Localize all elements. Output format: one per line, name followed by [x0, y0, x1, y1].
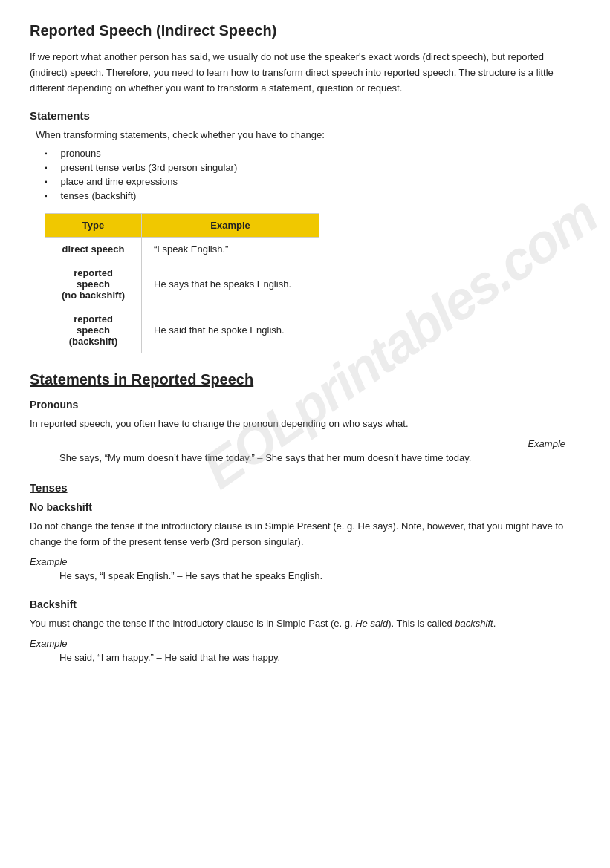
pronouns-section: Pronouns In reported speech, you often h…: [30, 399, 580, 466]
intro-paragraph: If we report what another person has sai…: [30, 50, 580, 96]
backshift-para: You must change the tense if the introdu…: [30, 616, 580, 632]
tenses-heading: Tenses: [30, 481, 580, 494]
no-backshift-example-text: He says, “I speak English.” – He says th…: [59, 569, 580, 584]
table-header-example: Example: [142, 214, 319, 238]
table-row: direct speech “I speak English.”: [45, 238, 319, 261]
table-row: reported speech (no backshift) He says t…: [45, 261, 319, 307]
backshift-example-text: He said, “I am happy.” – He said that he…: [59, 650, 580, 666]
list-item: place and time expressions: [45, 176, 580, 187]
speech-table: Type Example direct speech “I speak Engl…: [45, 213, 319, 353]
page-title: Reported Speech (Indirect Speech): [30, 22, 580, 39]
list-item: pronouns: [45, 148, 580, 159]
table-cell-type: direct speech: [45, 238, 142, 261]
table-cell-type: reported speech (no backshift): [45, 261, 142, 307]
no-backshift-section: No backshift Do not change the tense if …: [30, 501, 580, 584]
backshift-section: Backshift You must change the tense if t…: [30, 598, 580, 666]
bullet-list: pronouns present tense verbs (3rd person…: [45, 148, 580, 201]
pronouns-example-text: She says, “My mum doesn’t have time toda…: [59, 451, 580, 466]
list-item: present tense verbs (3rd person singular…: [45, 162, 580, 173]
tenses-section: Tenses No backshift Do not change the te…: [30, 481, 580, 666]
pronouns-example-label: Example: [30, 438, 565, 449]
pronouns-para: In reported speech, you often have to ch…: [30, 417, 580, 432]
table-header-type: Type: [45, 214, 142, 238]
backshift-example-label: Example: [30, 638, 580, 649]
table-cell-type: reported speech (backshift): [45, 307, 142, 353]
table-row: reported speech (backshift) He said that…: [45, 307, 319, 353]
pronouns-heading: Pronouns: [30, 399, 580, 411]
no-backshift-para: Do not change the tense if the introduct…: [30, 519, 580, 550]
statements-reported-heading: Statements in Reported Speech: [30, 371, 580, 388]
table-cell-example: He says that he speaks English.: [142, 261, 319, 307]
table-cell-example: He said that he spoke English.: [142, 307, 319, 353]
list-item: tenses (backshift): [45, 190, 580, 201]
statements-intro: When transforming statements, check whet…: [36, 129, 580, 140]
backshift-heading: Backshift: [30, 598, 580, 610]
table-cell-example: “I speak English.”: [142, 238, 319, 261]
no-backshift-example-label: Example: [30, 556, 580, 567]
no-backshift-heading: No backshift: [30, 501, 580, 513]
statements-heading: Statements: [30, 109, 580, 122]
